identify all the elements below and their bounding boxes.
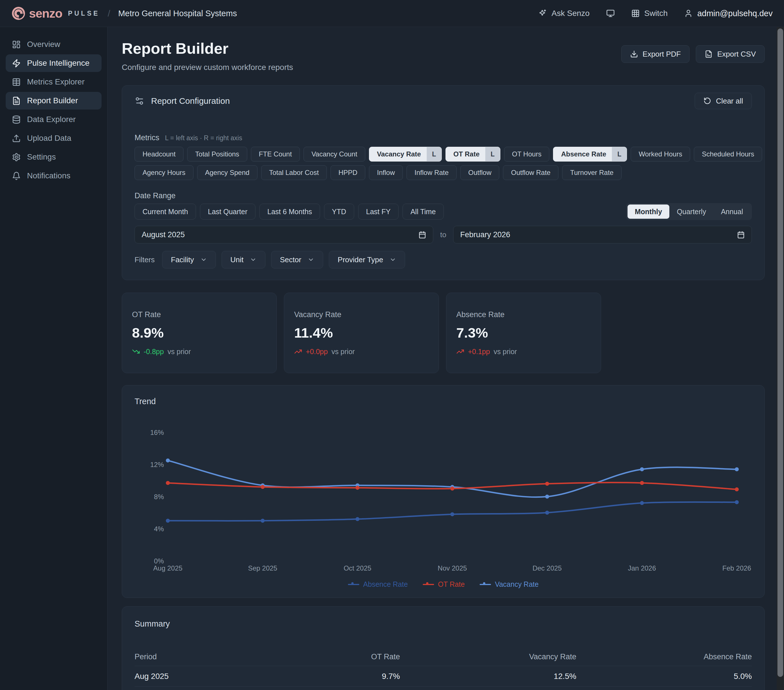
legend-item-vacancy-rate[interactable]: Vacancy Rate [479, 580, 539, 588]
sliders-icon [135, 96, 144, 106]
sidebar-item-overview[interactable]: Overview [6, 36, 102, 53]
metric-chip-ot-rate[interactable]: OT RateL [445, 147, 501, 161]
metric-chip-vacancy-count[interactable]: Vacancy Count [303, 147, 365, 161]
filter-dropdown-sector[interactable]: Sector [271, 251, 323, 268]
svg-text:Jan 2026: Jan 2026 [628, 564, 656, 572]
legend-item-ot-rate[interactable]: OT Rate [423, 580, 465, 588]
legend-marker-icon [348, 582, 359, 587]
ask-senzo-label: Ask Senzo [552, 9, 590, 18]
date-range-label: Date Range [135, 191, 752, 200]
metrics-axis-hint: L = left axis · R = right axis [165, 134, 242, 142]
date-from-input[interactable]: August 2025 [135, 226, 433, 244]
metric-chip-scheduled-hours[interactable]: Scheduled Hours [694, 147, 762, 161]
filter-label: Sector [280, 255, 301, 264]
summary-cell: 9.7% [224, 672, 400, 681]
scrollbar-thumb[interactable] [777, 28, 783, 677]
sparkles-icon [539, 9, 547, 18]
metric-chip-label: OT Rate [453, 150, 479, 158]
quick-range-last-fy[interactable]: Last FY [358, 204, 399, 219]
account-menu[interactable]: admin@pulsehq.dev [684, 9, 772, 18]
sidebar-item-notifications[interactable]: Notifications [6, 167, 102, 184]
calendar-icon[interactable] [418, 231, 426, 239]
metric-chip-ot-hours[interactable]: OT Hours [504, 147, 550, 161]
metric-chip-total-positions[interactable]: Total Positions [187, 147, 247, 161]
sidebar-item-settings[interactable]: Settings [6, 148, 102, 166]
metric-chip-agency-hours[interactable]: Agency Hours [135, 165, 193, 180]
display-mode-button[interactable] [606, 9, 615, 18]
quick-range-current-month[interactable]: Current Month [135, 204, 196, 219]
layout-dashboard-icon [12, 40, 21, 49]
filter-dropdowns: FacilityUnitSectorProvider Type [162, 251, 405, 268]
filter-dropdown-unit[interactable]: Unit [222, 251, 265, 268]
sidebar-item-pulse-intelligence[interactable]: Pulse Intelligence [6, 54, 102, 72]
page-subtitle: Configure and preview custom workforce r… [122, 63, 293, 72]
sidebar-item-data-explorer[interactable]: Data Explorer [6, 110, 102, 128]
filter-label: Facility [171, 255, 194, 264]
sidebar-item-label: Notifications [27, 171, 71, 180]
sidebar-item-label: Report Builder [27, 96, 78, 105]
quick-range-label: All Time [410, 207, 436, 216]
summary-title: Summary [135, 619, 752, 629]
export-pdf-button[interactable]: Export PDF [621, 45, 690, 63]
breadcrumb: Metro General Hospital Systems [118, 9, 237, 18]
quick-range-last-quarter[interactable]: Last Quarter [200, 204, 255, 219]
svg-text:4%: 4% [154, 525, 164, 533]
metric-chip-label: Agency Spend [205, 169, 249, 177]
metric-chip-vacancy-rate[interactable]: Vacancy RateL [369, 147, 442, 161]
clear-all-button[interactable]: Clear all [695, 93, 752, 109]
kpi-delta-suffix: vs prior [494, 347, 517, 356]
filter-dropdown-provider-type[interactable]: Provider Type [329, 251, 405, 268]
kpi-delta-suffix: vs prior [331, 347, 355, 356]
quick-range-last-6-months[interactable]: Last 6 Months [259, 204, 320, 219]
trending-up-icon [294, 347, 302, 356]
metric-chip-turnover-rate[interactable]: Turnover Rate [562, 165, 622, 180]
sidebar-item-upload-data[interactable]: Upload Data [6, 129, 102, 147]
config-panel-title: Report Configuration [151, 96, 230, 106]
metric-chip-inflow[interactable]: Inflow [369, 165, 403, 180]
ask-senzo-button[interactable]: Ask Senzo [539, 9, 590, 18]
file-text-icon [12, 96, 21, 105]
export-csv-button[interactable]: Export CSV [696, 45, 765, 63]
granularity-option-quarterly[interactable]: Quarterly [669, 204, 713, 219]
metric-chip-headcount[interactable]: Headcount [135, 147, 183, 161]
metric-chip-label: Scheduled Hours [702, 150, 754, 158]
main-content: Report Builder Configure and preview cus… [107, 27, 784, 690]
granularity-option-annual[interactable]: Annual [713, 204, 750, 219]
metric-chip-hppd[interactable]: HPPD [331, 165, 366, 180]
trend-panel: Trend 0%4%8%12%16%Aug 2025Sep 2025Oct 20… [122, 385, 765, 598]
granularity-option-monthly[interactable]: Monthly [628, 204, 670, 219]
senzo-logo-swirl-icon [12, 6, 26, 20]
scrollbar-track[interactable] [777, 27, 784, 690]
database-icon [12, 115, 21, 124]
metric-chip-inflow-rate[interactable]: Inflow Rate [407, 165, 456, 180]
metric-chip-label: Total Labor Cost [269, 169, 319, 177]
metric-chip-agency-spend[interactable]: Agency Spend [197, 165, 257, 180]
sidebar-item-metrics-explorer[interactable]: Metrics Explorer [6, 73, 102, 91]
metric-chip-label: Outflow Rate [511, 169, 550, 177]
granularity-segmented-control: MonthlyQuarterlyAnnual [626, 203, 752, 220]
sidebar-item-report-builder[interactable]: Report Builder [6, 92, 102, 109]
filter-label: Unit [231, 255, 244, 264]
quick-range-label: Last Quarter [208, 207, 247, 216]
filter-dropdown-facility[interactable]: Facility [162, 251, 216, 268]
metric-chip-total-labor-cost[interactable]: Total Labor Cost [261, 165, 327, 180]
metric-chip-worked-hours[interactable]: Worked Hours [631, 147, 690, 161]
legend-item-absence-rate[interactable]: Absence Rate [348, 580, 408, 588]
date-to-input[interactable]: February 2026 [453, 226, 752, 244]
quick-range-ytd[interactable]: YTD [324, 204, 354, 219]
metric-chip-outflow-rate[interactable]: Outflow Rate [503, 165, 558, 180]
settings-icon [12, 153, 21, 161]
metric-chip-outflow[interactable]: Outflow [460, 165, 499, 180]
metric-chip-absence-rate[interactable]: Absence RateL [553, 147, 627, 161]
calendar-icon[interactable] [737, 231, 745, 239]
switch-button[interactable]: Switch [631, 9, 668, 18]
legend-marker-icon [479, 582, 491, 587]
rotate-ccw-icon [703, 97, 712, 105]
file-icon [705, 50, 713, 58]
kpi-delta-suffix: vs prior [168, 347, 191, 356]
svg-text:16%: 16% [150, 429, 164, 436]
grid-icon [631, 9, 640, 18]
table-icon [12, 77, 21, 86]
quick-range-all-time[interactable]: All Time [402, 204, 444, 219]
metric-chip-fte-count[interactable]: FTE Count [251, 147, 300, 161]
